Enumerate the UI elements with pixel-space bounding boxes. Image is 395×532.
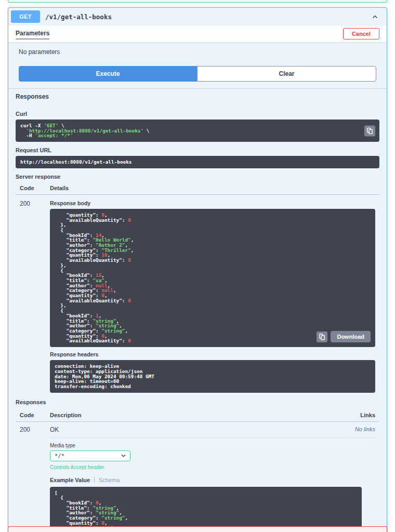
previous-operation-edge[interactable] — [8, 0, 387, 3]
media-type-value: */* — [55, 453, 64, 459]
media-type-label: Media type — [50, 443, 375, 448]
operation-summary[interactable]: GET /v1/get-all-books — [8, 8, 387, 25]
live-responses-title: Responses — [8, 89, 387, 104]
collapse-chevron-icon[interactable] — [368, 12, 381, 21]
doc-response-description: OK — [50, 426, 59, 433]
request-url-label: Request URL — [16, 147, 379, 153]
server-response-label: Server response — [16, 174, 379, 180]
tab-divider — [94, 477, 95, 483]
accept-header-hint: Controls Accept header. — [50, 464, 375, 470]
doc-responses-table-header: Code Description Links — [16, 409, 379, 422]
response-headers-text[interactable]: connection: keep-alive content-type: app… — [55, 364, 371, 389]
chevron-down-icon — [121, 454, 126, 457]
doc-links-column-header: Links — [334, 412, 375, 418]
example-value-block: [ { "bookId": 0, "title": "string", "aut… — [50, 487, 362, 532]
parameters-header: Parameters Cancel — [8, 25, 387, 42]
doc-response-links: No links — [355, 426, 375, 432]
tab-schema[interactable]: Schema — [99, 477, 120, 483]
doc-description-column-header: Description — [50, 412, 334, 418]
no-parameters-message: No parameters — [8, 42, 387, 66]
response-body-block: "quantity": 0, "availableQuantity": 0 },… — [50, 209, 375, 347]
media-type-select[interactable]: */* — [50, 450, 130, 461]
example-value-json[interactable]: [ { "bookId": 0, "title": "string", "aut… — [55, 490, 357, 532]
details-column-header: Details — [50, 185, 375, 191]
tab-parameters-label: Parameters — [16, 30, 49, 37]
request-url-block: http://localhost:8080/v1/get-all-books — [16, 156, 379, 168]
response-headers-label: Response headers — [50, 351, 375, 357]
doc-response-row: 200 OK No links Media type */* — [16, 422, 379, 532]
method-badge: GET — [11, 10, 40, 23]
curl-label: Curl — [16, 111, 379, 117]
curl-block: curl -X 'GET' \ 'http://localhost:8080/v… — [16, 119, 379, 142]
doc-response-summary-row: OK No links — [50, 426, 375, 438]
curl-command[interactable]: curl -X 'GET' \ 'http://localhost:8080/v… — [20, 123, 375, 138]
next-operation-edge[interactable] — [8, 526, 387, 532]
response-headers-block: connection: keep-alive content-type: app… — [50, 360, 375, 393]
response-body-json[interactable]: "quantity": 0, "availableQuantity": 0 },… — [55, 212, 371, 343]
response-body-controls: Download — [317, 331, 371, 342]
operation-path: /v1/get-all-books — [45, 13, 363, 21]
copy-response-icon[interactable] — [317, 331, 327, 342]
doc-responses-title: Responses — [16, 399, 379, 405]
live-status-code: 200 — [20, 200, 50, 395]
download-button[interactable]: Download — [331, 331, 371, 342]
clear-button[interactable]: Clear — [197, 66, 376, 82]
server-response-table-header: Code Details — [16, 182, 379, 195]
swagger-page: GET /v1/get-all-books Parameters Cancel … — [0, 0, 395, 532]
request-url-value[interactable]: http://localhost:8080/v1/get-all-books — [20, 159, 375, 165]
doc-code-column-header: Code — [20, 412, 50, 418]
doc-status-code: 200 — [20, 426, 50, 532]
execute-button[interactable]: Execute — [19, 66, 197, 82]
code-column-header: Code — [20, 185, 50, 191]
live-responses-section: Responses Curl curl -X 'GET' \ 'http://l… — [8, 88, 387, 532]
server-response-details: Response body "quantity": 0, "availableQ… — [50, 200, 375, 395]
response-body-label: Response body — [50, 200, 375, 206]
model-example-tabs: Example Value Schema — [50, 477, 375, 483]
opblock-get: GET /v1/get-all-books Parameters Cancel … — [8, 7, 387, 532]
doc-response-details: OK No links Media type */* Controls Acce… — [50, 426, 375, 532]
tab-parameters[interactable]: Parameters — [16, 29, 49, 39]
copy-curl-icon[interactable] — [364, 125, 375, 136]
media-type-section: Media type */* Controls Accept header. — [50, 443, 375, 470]
server-response-row: 200 Response body "quantity": 0, "availa… — [16, 195, 379, 396]
cancel-button[interactable]: Cancel — [343, 28, 379, 39]
tab-example-value[interactable]: Example Value — [50, 477, 90, 483]
execute-row: Execute Clear — [8, 66, 387, 88]
